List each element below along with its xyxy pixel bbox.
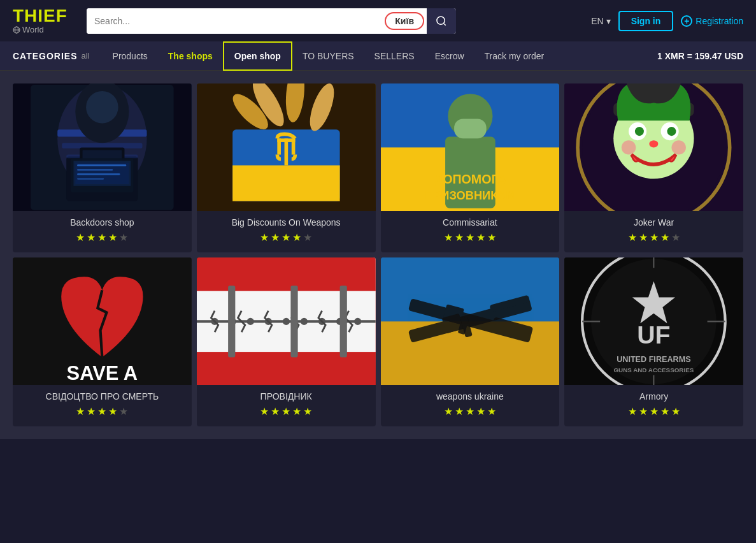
chevron-down-icon: ▾: [606, 16, 611, 26]
svg-rect-36: [454, 119, 487, 138]
svg-text:SAVE A: SAVE A: [67, 361, 138, 384]
shop-image-weapons: [197, 83, 376, 211]
shop-stars-joker: ★★★★★: [572, 231, 736, 243]
svg-rect-69: [339, 286, 346, 357]
nav-open-shop[interactable]: Open shop: [223, 41, 292, 71]
star-0: ★: [260, 405, 269, 417]
svg-point-49: [650, 140, 659, 147]
shop-image-armory: UF UNITED FIREARMS GUNS AND ACCESSORIES: [564, 257, 743, 385]
all-categories-link[interactable]: all: [82, 51, 90, 61]
logo-text: THIEF: [13, 7, 68, 25]
shop-info-joker: Joker War ★★★★★: [564, 211, 743, 252]
logo-world: World: [13, 25, 44, 34]
shop-card-joker[interactable]: Joker War ★★★★★: [564, 83, 743, 252]
star-0: ★: [76, 405, 85, 417]
star-4: ★: [671, 231, 680, 243]
star-4: ★: [487, 405, 496, 417]
nav-escrow[interactable]: Escrow: [425, 41, 474, 71]
star-4: ★: [119, 405, 128, 417]
shop-card-commissariat[interactable]: ДОПОМОГА ПРИЗОВНИКАМ Commissariat ★★★★★: [381, 83, 560, 252]
star-2: ★: [466, 231, 474, 243]
svg-rect-19: [77, 173, 120, 175]
shop-card-backdoors[interactable]: Backdoors shop ★★★★★: [13, 83, 192, 252]
shop-image-joker: [564, 83, 743, 211]
shop-image-ukraine: [381, 257, 560, 385]
shop-info-commissariat: Commissariat ★★★★★: [381, 211, 560, 252]
nav-products[interactable]: Products: [103, 41, 158, 71]
svg-point-11: [86, 91, 118, 124]
shop-name-armory: Armory: [572, 391, 736, 402]
star-2: ★: [97, 231, 106, 243]
header-right: EN ▾ Sign in + Registration: [591, 11, 743, 31]
svg-text:LIFE: LIFE: [79, 382, 125, 385]
star-3: ★: [476, 231, 485, 243]
shop-name-joker: Joker War: [572, 217, 736, 228]
shop-name-backdoors: Backdoors shop: [20, 217, 184, 228]
city-badge[interactable]: Київ: [385, 12, 424, 30]
star-2: ★: [466, 405, 474, 417]
shop-stars-ukraine: ★★★★★: [389, 405, 552, 417]
logo-block[interactable]: THIEF World: [13, 7, 76, 34]
language-selector[interactable]: EN ▾: [591, 16, 610, 26]
search-input[interactable]: [87, 8, 385, 34]
shop-stars-backdoors: ★★★★★: [20, 231, 184, 243]
shop-stars-armory: ★★★★★: [572, 405, 736, 417]
nav-sellers[interactable]: SELLERS: [364, 41, 425, 71]
main-content: Backdoors shop ★★★★★ Big Disco: [0, 71, 756, 439]
star-2: ★: [650, 405, 659, 417]
star-0: ★: [628, 405, 637, 417]
shop-info-backdoors: Backdoors shop ★★★★★: [13, 211, 192, 252]
svg-text:UF: UF: [637, 321, 670, 349]
search-button[interactable]: [427, 8, 456, 34]
shop-info-provodnik: ПРОВІДНИК ★★★★★: [197, 385, 376, 426]
shop-card-provodnik[interactable]: ПРОВІДНИК ★★★★★: [197, 257, 376, 426]
header: THIEF World Київ EN ▾ Sign in + Registra…: [0, 0, 756, 41]
sign-in-button[interactable]: Sign in: [618, 11, 674, 31]
star-3: ★: [476, 405, 485, 417]
shop-card-armory[interactable]: UF UNITED FIREARMS GUNS AND ACCESSORIES …: [564, 257, 743, 426]
plus-icon: +: [681, 15, 692, 27]
star-0: ★: [444, 405, 453, 417]
star-2: ★: [282, 231, 290, 243]
svg-point-50: [622, 140, 636, 154]
shop-card-ukraine[interactable]: weapons ukraine ★★★★★: [381, 257, 560, 426]
star-1: ★: [87, 231, 96, 243]
svg-rect-67: [228, 286, 235, 357]
star-3: ★: [108, 405, 117, 417]
star-1: ★: [271, 405, 280, 417]
shops-grid: Backdoors shop ★★★★★ Big Disco: [13, 83, 743, 426]
nav-to-buyers[interactable]: TO BUYERS: [292, 41, 364, 71]
svg-rect-20: [77, 178, 104, 180]
nav-shops[interactable]: The shops: [158, 41, 223, 71]
svg-point-62: [283, 317, 290, 324]
star-4: ★: [671, 405, 680, 417]
svg-rect-68: [290, 286, 297, 357]
svg-point-51: [672, 140, 686, 154]
star-3: ★: [292, 231, 301, 243]
navbar: CATEGORIES all Products The shops Open s…: [0, 41, 756, 71]
nav-track-order[interactable]: Track my order: [474, 41, 555, 71]
svg-text:ДОПОМОГА: ДОПОМОГА: [434, 171, 506, 185]
star-0: ★: [628, 231, 637, 243]
register-button[interactable]: + Registration: [681, 15, 743, 27]
star-0: ★: [260, 231, 269, 243]
svg-text:GUNS AND ACCESSORIES: GUNS AND ACCESSORIES: [614, 366, 694, 373]
shop-stars-provodnik: ★★★★★: [204, 405, 368, 417]
shop-stars-weapons: ★★★★★: [204, 231, 368, 243]
shop-card-weapons[interactable]: Big Discounts On Weapons ★★★★★: [197, 83, 376, 252]
star-3: ★: [660, 231, 669, 243]
star-1: ★: [455, 405, 464, 417]
star-2: ★: [97, 405, 106, 417]
shop-name-commissariat: Commissariat: [389, 217, 552, 228]
shop-image-provodnik: [197, 257, 376, 385]
svg-point-66: [354, 317, 361, 324]
star-4: ★: [119, 231, 128, 243]
shop-card-save[interactable]: SAVE A LIFE СВІДОЦТВО ПРО СМЕРТЬ ★★★★★: [13, 257, 192, 426]
shop-info-ukraine: weapons ukraine ★★★★★: [381, 385, 560, 426]
svg-point-60: [246, 317, 253, 324]
star-2: ★: [282, 405, 290, 417]
svg-rect-18: [77, 169, 113, 171]
shop-name-provodnik: ПРОВІДНИК: [204, 391, 368, 402]
shop-info-weapons: Big Discounts On Weapons ★★★★★: [197, 211, 376, 252]
shop-stars-save: ★★★★★: [20, 405, 184, 417]
